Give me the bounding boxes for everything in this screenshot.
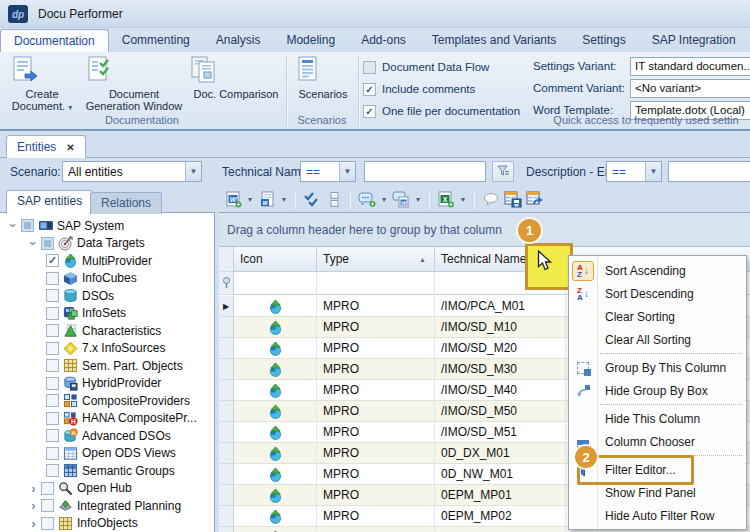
tab-relations[interactable]: Relations <box>90 192 162 214</box>
tree-item-infosets[interactable]: InfoSets <box>0 305 214 323</box>
checkbox-unchecked[interactable] <box>41 482 54 495</box>
tree-item-semantic-groups[interactable]: Semantic Groups <box>0 462 214 480</box>
menu-item-column-chooser[interactable]: Column Chooser <box>569 430 746 453</box>
tree-item-hybridprovider[interactable]: HybridProvider <box>0 375 214 393</box>
close-icon[interactable]: ✕ <box>66 142 74 153</box>
ribbon-tab-modeling[interactable]: Modeling <box>273 29 348 52</box>
tree-item-advanced-dsos[interactable]: A Advanced DSOs <box>0 427 214 445</box>
tab-entities[interactable]: Entities✕ <box>6 135 86 158</box>
ribbon-tab-commenting[interactable]: Commenting <box>109 29 203 52</box>
technical-name-filter-input[interactable] <box>364 161 486 182</box>
checkbox-checked-icon[interactable]: ✓ <box>363 83 376 96</box>
settings-variant-combo[interactable]: IT standard documen... <box>630 57 750 76</box>
chevron-collapsed-icon[interactable]: › <box>26 498 41 513</box>
menu-item-hide-this-column[interactable]: Hide This Column <box>569 407 746 430</box>
technical-name-operator-combo[interactable]: == ▼ <box>300 161 356 182</box>
comment-variant-combo[interactable]: <No variant> <box>630 79 750 98</box>
tree-item-open-hub[interactable]: › Open Hub <box>0 480 214 498</box>
menu-item-hide-group-by-box[interactable]: Hide Group By Box <box>569 379 746 402</box>
group-by-panel[interactable]: Drag a column header here to group by th… <box>219 213 750 247</box>
checkbox-one-file-per-documentation[interactable]: ✓ One file per documentation <box>363 103 523 119</box>
description-operator-combo[interactable]: == ▼ <box>606 161 662 182</box>
scenario-combo[interactable]: All entities ▼ <box>62 161 202 182</box>
menu-item-clear-all-sorting[interactable]: Clear All Sorting <box>569 328 746 351</box>
chevron-expanded-icon[interactable]: › <box>26 236 41 251</box>
tree-item-dsos[interactable]: DSOs <box>0 287 214 305</box>
ribbon-tab-documentation[interactable]: Documentation <box>0 29 109 52</box>
dropdown-arrow-icon[interactable]: ▼ <box>339 162 355 181</box>
checkbox-unchecked[interactable] <box>46 307 59 320</box>
uncheck-all-icon[interactable] <box>323 190 345 210</box>
checkbox-unchecked[interactable] <box>46 412 59 425</box>
column-header-icon[interactable]: Icon <box>234 247 317 272</box>
comment-bubble-icon[interactable] <box>480 190 502 210</box>
tree-item-hana-compositeproviders[interactable]: H HANA CompositePr... <box>0 410 214 428</box>
tree-item-characteristics[interactable]: Characteristics <box>0 322 214 340</box>
reset-layout-icon[interactable] <box>524 190 546 210</box>
column-header-type[interactable]: Type▲ <box>317 247 435 272</box>
dropdown-arrow-icon[interactable]: ▼ <box>185 162 201 181</box>
checkbox-unchecked[interactable] <box>41 517 54 530</box>
tree-item-data-targets[interactable]: › Data Targets <box>0 235 214 253</box>
comments-to-word-icon[interactable]: W <box>390 190 412 210</box>
ribbon-tab-add-ons[interactable]: Add-ons <box>348 29 419 52</box>
save-layout-icon[interactable] <box>502 190 524 210</box>
dropdown-arrow-icon[interactable]: ▾ <box>457 195 469 204</box>
checkbox-indeterminate[interactable] <box>21 219 34 232</box>
checkbox-unchecked[interactable] <box>46 359 59 372</box>
checkbox-checked-icon[interactable]: ✓ <box>363 105 376 118</box>
checkbox-checked[interactable] <box>46 254 59 267</box>
tree-item-open-ods-views[interactable]: Open ODS Views <box>0 445 214 463</box>
tree-item-7x-infosources[interactable]: 7.x InfoSources <box>0 340 214 358</box>
checkbox-include-comments[interactable]: ✓ Include comments <box>363 81 523 97</box>
tree-item-integrated-planning[interactable]: › Integrated Planning <box>0 497 214 515</box>
filter-cell[interactable] <box>234 272 317 295</box>
dropdown-arrow-icon[interactable]: ▾ <box>278 195 290 204</box>
checkbox-unchecked[interactable] <box>46 394 59 407</box>
tree-item-infocubes[interactable]: InfoCubes <box>0 270 214 288</box>
checkbox-indeterminate[interactable] <box>41 237 54 250</box>
ribbon-tab-settings[interactable]: Settings <box>569 29 638 52</box>
ribbon-tab-sap-integration[interactable]: SAP Integration <box>639 29 749 52</box>
filter-cell[interactable] <box>317 272 435 295</box>
checkbox-unchecked-icon[interactable] <box>363 61 376 74</box>
chevron-expanded-icon[interactable]: › <box>6 218 21 233</box>
checkbox-document-data-flow[interactable]: Document Data Flow <box>363 59 523 75</box>
filter-button[interactable] <box>492 161 514 182</box>
tree-item-compositeproviders[interactable]: CompositeProviders <box>0 392 214 410</box>
checkbox-unchecked[interactable] <box>46 324 59 337</box>
dropdown-arrow-icon[interactable]: ▾ <box>378 195 390 204</box>
doc-comparison-button[interactable]: Doc. Comparison <box>188 54 284 116</box>
document-generation-window-button[interactable]: Document Generation Window <box>82 54 186 116</box>
checkbox-unchecked[interactable] <box>46 289 59 302</box>
chevron-collapsed-icon[interactable]: › <box>26 516 41 531</box>
menu-item-sort-ascending[interactable]: AZ↓ Sort Ascending <box>569 259 746 282</box>
check-all-icon[interactable] <box>301 190 323 210</box>
tree-item-sem-part-objects[interactable]: Sem. Part. Objects <box>0 357 214 375</box>
checkbox-unchecked[interactable] <box>46 377 59 390</box>
export-word-icon[interactable]: W <box>222 190 244 210</box>
ribbon-tab-templates-and-variants[interactable]: Templates and Variants <box>419 29 570 52</box>
add-comment-icon[interactable] <box>356 190 378 210</box>
tree-item-infoobjects[interactable]: › InfoObjects <box>0 515 214 532</box>
tab-sap-entities[interactable]: SAP entities <box>6 190 93 214</box>
menu-item-sort-descending[interactable]: ZA↓ Sort Descending <box>569 282 746 305</box>
word-document-icon[interactable]: w <box>256 190 278 210</box>
menu-item-clear-sorting[interactable]: Clear Sorting <box>569 305 746 328</box>
dropdown-arrow-icon[interactable]: ▼ <box>645 162 661 181</box>
checkbox-unchecked[interactable] <box>46 272 59 285</box>
dropdown-arrow-icon[interactable]: ▾ <box>412 195 424 204</box>
dropdown-arrow-icon[interactable]: ▾ <box>244 195 256 204</box>
checkbox-unchecked[interactable] <box>41 499 54 512</box>
checkbox-unchecked[interactable] <box>46 464 59 477</box>
menu-item-hide-auto-filter-row[interactable]: Hide Auto Filter Row <box>569 504 746 527</box>
ribbon-tab-analysis[interactable]: Analysis <box>203 29 274 52</box>
description-filter-input[interactable] <box>668 161 750 182</box>
checkbox-unchecked[interactable] <box>46 447 59 460</box>
checkbox-unchecked[interactable] <box>46 429 59 442</box>
tree-item-multiprovider[interactable]: MultiProvider <box>0 252 214 270</box>
checkbox-unchecked[interactable] <box>46 342 59 355</box>
chevron-collapsed-icon[interactable]: › <box>26 481 41 496</box>
create-document-button[interactable]: Create Document. ▾ <box>8 54 76 116</box>
scenarios-button[interactable]: Scenarios <box>292 54 354 116</box>
